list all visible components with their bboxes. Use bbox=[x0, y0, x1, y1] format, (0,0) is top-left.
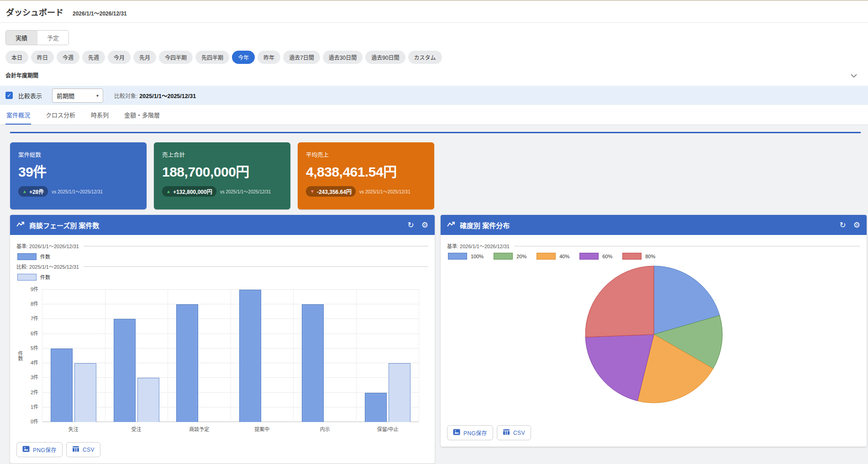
panel-actions: ↻ ⚙ bbox=[408, 221, 429, 229]
bar bbox=[389, 363, 410, 422]
kpi-delta-value: -243,356.64円 bbox=[317, 188, 352, 195]
kpi-label: 案件総数 bbox=[18, 150, 138, 159]
kpi-card: 売上合計188,700,000円▲+132,800,000円vs 2025/1/… bbox=[154, 142, 290, 209]
fiscal-period-label: 会計年度期間 bbox=[5, 73, 38, 79]
y-tick-label: 2件 bbox=[31, 388, 38, 396]
tab-1[interactable]: クロス分析 bbox=[45, 105, 76, 125]
period-chip[interactable]: 先週 bbox=[82, 51, 105, 64]
y-tick-label: 9件 bbox=[31, 285, 38, 292]
period-chip[interactable]: 今年 bbox=[232, 51, 255, 64]
gear-icon[interactable]: ⚙ bbox=[853, 221, 860, 229]
compare-mode-value: 前期間 bbox=[57, 91, 74, 100]
trend-line-icon bbox=[447, 221, 455, 229]
pie-legend-period: 基準: 2026/1/1～2026/12/31 bbox=[447, 242, 510, 250]
dashboard-content: 案件総数39件▲+28件vs 2025/1/1～2025/12/31売上合計18… bbox=[0, 125, 868, 464]
period-chip[interactable]: 昨日 bbox=[31, 51, 54, 64]
period-chip[interactable]: 今月 bbox=[108, 51, 131, 64]
bar-legend-period-row: 基準: 2026/1/1～2026/12/31 bbox=[16, 242, 428, 250]
tab-2[interactable]: 時系列 bbox=[90, 105, 110, 125]
compare-mode-select[interactable]: 前期間 ▾ bbox=[52, 89, 103, 103]
bar bbox=[114, 319, 136, 422]
panel-title: 商談フェーズ別 案件数 bbox=[29, 220, 99, 230]
kpi-delta-badge: ▲+28件 bbox=[18, 186, 48, 197]
csv-button[interactable]: CSV bbox=[497, 425, 531, 440]
csv-button[interactable]: CSV bbox=[66, 442, 100, 457]
period-chip[interactable]: 本日 bbox=[5, 51, 28, 64]
bar-legend-swatch-row: 件数 bbox=[17, 253, 428, 260]
bar-category-slot bbox=[231, 290, 294, 422]
x-axis-label: 失注 bbox=[42, 425, 105, 433]
pie-legend-label: 20% bbox=[516, 254, 526, 259]
period-chip[interactable]: 過去7日間 bbox=[283, 51, 320, 64]
dashboard-tabs: 案件概況クロス分析時系列金額・多階層 bbox=[0, 105, 868, 125]
bar-slots bbox=[42, 290, 419, 422]
bar-y-axis: 件数 0件1件2件3件4件5件6件7件8件9件 bbox=[16, 290, 42, 422]
app-header: ダッシュボード 2026/1/1～2026/12/31 bbox=[0, 1, 868, 23]
select-arrow-icon: ▾ bbox=[96, 93, 99, 98]
kpi-delta-badge: ▼-243,356.64円 bbox=[306, 186, 356, 197]
period-chip[interactable]: 先四半期 bbox=[195, 51, 229, 64]
pie-chart-wrap bbox=[447, 263, 860, 406]
pie-legend-label: 40% bbox=[559, 254, 569, 259]
bar bbox=[176, 304, 198, 422]
mode-toggle-planned[interactable]: 予定 bbox=[37, 31, 68, 45]
y-tick-label: 5件 bbox=[31, 344, 38, 351]
compare-checkbox[interactable]: ✓ bbox=[5, 92, 13, 99]
legend-swatch bbox=[622, 253, 642, 260]
tab-0[interactable]: 案件概況 bbox=[5, 105, 31, 125]
compare-checkbox-label: 比較表示 bbox=[18, 91, 42, 100]
period-chip[interactable]: 先月 bbox=[133, 51, 156, 64]
bar-category-slot bbox=[105, 290, 168, 422]
gear-icon[interactable]: ⚙ bbox=[421, 221, 428, 229]
mode-toggle: 実績予定 bbox=[5, 30, 69, 45]
x-axis-label: 提案中 bbox=[231, 425, 294, 433]
bar-chart-legend: 基準: 2026/1/1～2026/12/31件数比較: 2025/1/1～20… bbox=[16, 240, 428, 283]
period-chip[interactable]: 今週 bbox=[57, 51, 79, 64]
legend-item-label: 件数 bbox=[40, 253, 50, 260]
compare-target: 比較対象:2025/1/1～2025/12/31 bbox=[114, 91, 196, 100]
kpi-value: 4,838,461.54円 bbox=[306, 161, 426, 181]
panel-phase-bar-footer: PNG保存 CSV bbox=[10, 438, 435, 464]
period-chip[interactable]: 過去90日間 bbox=[365, 51, 405, 64]
comparison-bar: ✓ 比較表示 前期間 ▾ 比較対象:2025/1/1～2025/12/31 bbox=[0, 86, 868, 105]
y-tick-label: 1件 bbox=[31, 403, 38, 410]
png-save-button[interactable]: PNG保存 bbox=[447, 425, 493, 440]
bar-category-slot bbox=[168, 290, 231, 422]
image-icon bbox=[22, 445, 30, 454]
delta-down-icon: ▼ bbox=[310, 189, 315, 194]
chevron-down-icon[interactable] bbox=[851, 71, 857, 79]
tab-3[interactable]: 金額・多階層 bbox=[123, 105, 161, 125]
panel-probability-pie-header: 確度別 案件分布 ↻ ⚙ bbox=[441, 215, 867, 235]
bar-legend-period: 比較: 2025/1/1～2025/12/31 bbox=[16, 263, 79, 270]
refresh-icon[interactable]: ↻ bbox=[408, 221, 414, 229]
period-chip[interactable]: 今四半期 bbox=[159, 51, 193, 64]
image-icon bbox=[453, 428, 460, 437]
png-save-label: PNG保存 bbox=[463, 429, 487, 437]
bar bbox=[302, 304, 324, 422]
kpi-vs-period: vs 2025/1/1～2025/12/31 bbox=[220, 188, 271, 195]
x-axis-label: 保留/中止 bbox=[356, 425, 419, 433]
period-chip[interactable]: 過去30日間 bbox=[323, 51, 363, 64]
y-tick-label: 8件 bbox=[31, 300, 38, 307]
mode-toggle-actual[interactable]: 実績 bbox=[6, 31, 37, 45]
pie-slice-80% bbox=[585, 266, 653, 337]
period-chip[interactable]: 昨年 bbox=[258, 51, 280, 64]
pie-chart bbox=[581, 263, 727, 406]
period-chip[interactable]: カスタム bbox=[408, 51, 442, 64]
png-save-button[interactable]: PNG保存 bbox=[16, 442, 63, 457]
legend-swatch bbox=[17, 274, 37, 281]
bar-plot-area bbox=[42, 290, 419, 422]
kpi-value: 39件 bbox=[18, 161, 138, 181]
y-tick-label: 7件 bbox=[31, 314, 38, 322]
fiscal-period-row[interactable]: 会計年度期間 bbox=[5, 71, 857, 86]
kpi-card: 案件総数39件▲+28件vs 2025/1/1～2025/12/31 bbox=[10, 142, 147, 209]
compare-target-value: 2025/1/1～2025/12/31 bbox=[139, 93, 196, 99]
legend-item-label: 件数 bbox=[40, 273, 50, 281]
period-chips-row: 本日昨日今週先週今月先月今四半期先四半期今年昨年過去7日間過去30日間過去90日… bbox=[5, 51, 863, 64]
refresh-icon[interactable]: ↻ bbox=[840, 221, 846, 229]
y-tick-label: 0件 bbox=[31, 417, 38, 425]
bar-category-slot bbox=[356, 290, 420, 422]
y-tick-label: 6件 bbox=[31, 329, 38, 337]
pie-legend-label: 60% bbox=[602, 254, 612, 259]
panel-phase-bar-body: 基準: 2026/1/1～2026/12/31件数比較: 2025/1/1～20… bbox=[10, 235, 435, 438]
